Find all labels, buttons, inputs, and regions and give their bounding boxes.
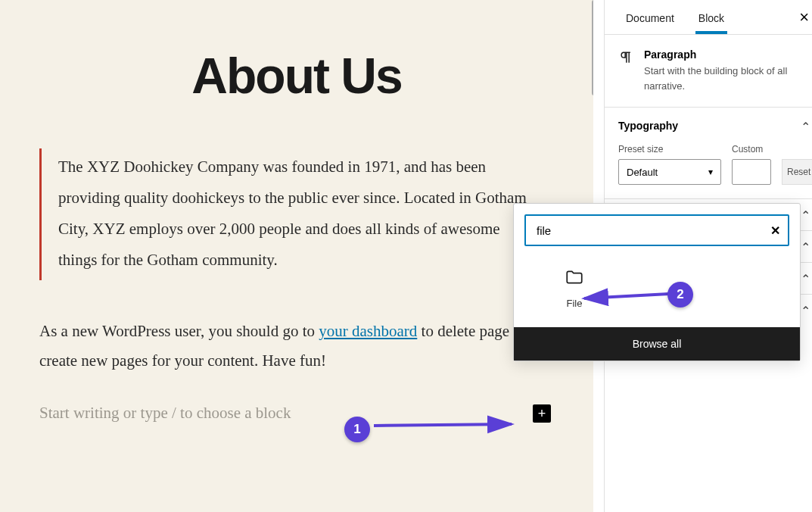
tab-document[interactable]: Document xyxy=(614,2,686,33)
block-description: Start with the building block of all nar… xyxy=(644,64,800,93)
callout-arrow-1 xyxy=(374,415,521,436)
block-search-input[interactable] xyxy=(537,224,770,237)
body-text-before: As a new WordPress user, you should go t… xyxy=(39,322,319,340)
browse-all-button[interactable]: Browse all xyxy=(514,327,800,361)
typography-panel: Typography ⌃ Preset size Default ▾ Custo… xyxy=(605,108,812,199)
block-name: Paragraph xyxy=(644,48,800,61)
chevron-down-icon: ▾ xyxy=(708,167,713,177)
quote-block[interactable]: The XYZ Doohickey Company was founded in… xyxy=(39,148,551,280)
chevron-down-icon[interactable]: ⌃ xyxy=(801,272,810,286)
close-icon: × xyxy=(799,8,809,27)
new-block-placeholder[interactable]: Start writing or type / to choose a bloc… xyxy=(39,404,291,423)
callout-arrow-2 xyxy=(580,285,672,306)
page-title[interactable]: About Us xyxy=(0,47,593,105)
quote-text: The XYZ Doohickey Company was founded in… xyxy=(58,151,534,276)
close-sidebar-button[interactable]: × xyxy=(790,8,812,27)
block-inserter-popover: ✕ File Browse all xyxy=(513,203,801,361)
callout-badge-1: 1 xyxy=(344,417,370,442)
svg-line-1 xyxy=(584,294,669,298)
reset-button[interactable]: Reset xyxy=(782,159,812,185)
custom-size-label: Custom xyxy=(732,144,771,155)
close-icon: ✕ xyxy=(770,224,780,237)
callout-badge-2: 2 xyxy=(667,282,693,308)
scrollbar[interactable] xyxy=(592,0,593,95)
chevron-down-icon[interactable]: ⌃ xyxy=(801,208,810,223)
dashboard-link[interactable]: your dashboard xyxy=(319,322,417,340)
chevron-down-icon[interactable]: ⌃ xyxy=(801,304,810,318)
block-search-row: ✕ xyxy=(524,214,789,246)
preset-size-value: Default xyxy=(627,167,658,178)
body-paragraph[interactable]: As a new WordPress user, you should go t… xyxy=(39,317,551,376)
paragraph-icon xyxy=(618,50,633,93)
sidebar-tabs: Document Block × xyxy=(605,0,812,35)
add-block-button[interactable]: + xyxy=(533,404,551,423)
chevron-up-icon[interactable]: ⌃ xyxy=(801,120,810,134)
preset-size-label: Preset size xyxy=(618,144,721,155)
typography-heading[interactable]: Typography xyxy=(618,120,801,132)
block-summary: Paragraph Start with the building block … xyxy=(605,35,812,108)
chevron-down-icon[interactable]: ⌃ xyxy=(801,240,810,254)
preset-size-select[interactable]: Default ▾ xyxy=(618,159,721,185)
tab-block[interactable]: Block xyxy=(686,2,736,33)
svg-line-0 xyxy=(374,424,512,426)
clear-search-button[interactable]: ✕ xyxy=(770,223,780,238)
custom-size-input[interactable] xyxy=(732,159,771,185)
plus-icon: + xyxy=(538,407,546,420)
